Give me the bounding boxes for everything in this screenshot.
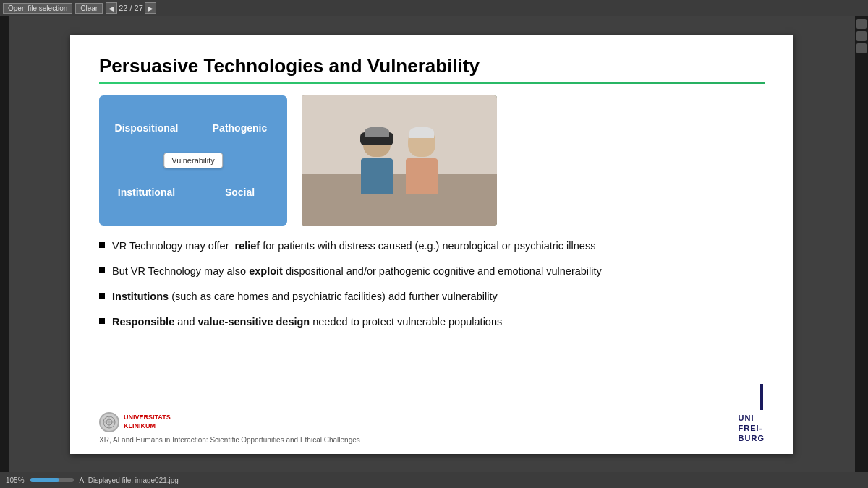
uni-freiburg-logo: UNIFREI-BURG xyxy=(728,384,765,444)
uni-name: UNIFREI-BURG xyxy=(739,413,765,444)
vulnerability-label: Vulnerability xyxy=(163,153,223,168)
slide-title: Persuasive Technologies and Vulnerabilit… xyxy=(99,55,765,77)
slide-photo xyxy=(302,95,497,226)
page-number: 22 / 27 xyxy=(119,4,143,12)
uni-logo-circle xyxy=(99,412,119,432)
status-bar: 105% A: Displayed file: image021.jpg xyxy=(0,472,868,488)
slide-container: Persuasive Technologies and Vulnerabilit… xyxy=(9,16,855,472)
bullet-marker-3 xyxy=(99,293,105,299)
bullet-text-2: But VR Technology may also exploit dispo… xyxy=(112,264,602,279)
diagram-cell-dispositional: Dispositional xyxy=(101,97,192,160)
sidebar-icon-1 xyxy=(856,19,867,29)
footer-logo: UNIVERSITATS KLINIKUM xyxy=(99,412,360,432)
zoom-bar[interactable] xyxy=(30,478,74,482)
bullet-marker-2 xyxy=(99,267,105,273)
left-sidebar xyxy=(0,16,9,472)
prev-page-button[interactable]: ◀ xyxy=(106,2,117,14)
right-sidebar xyxy=(855,16,868,472)
vulnerability-diagram: Dispositional Pathogenic Institutional S… xyxy=(99,95,287,226)
file-label: A: Displayed file: image021.jpg xyxy=(80,476,179,484)
bullet-item-2: But VR Technology may also exploit dispo… xyxy=(99,264,765,279)
content-top: Dispositional Pathogenic Institutional S… xyxy=(99,95,765,226)
diagram-cell-institutional: Institutional xyxy=(101,161,192,224)
zoom-fill xyxy=(30,478,59,482)
bullet-marker-4 xyxy=(99,318,105,324)
bullet-text-4: Responsible and value-sensitive design n… xyxy=(112,314,502,330)
bullet-item-1: VR Technology may offer relief for patie… xyxy=(99,239,765,254)
logo-text: UNIVERSITATS KLINIKUM xyxy=(124,414,171,430)
diagram-cell-pathogenic: Pathogenic xyxy=(194,97,286,160)
title-underline xyxy=(99,82,765,84)
open-file-button[interactable]: Open file selection xyxy=(3,3,72,14)
sidebar-icon-2 xyxy=(856,31,867,41)
bullet-text-3: Institutions (such as care homes and psy… xyxy=(112,289,498,304)
clear-button[interactable]: Clear xyxy=(75,3,103,14)
slide: Persuasive Technologies and Vulnerabilit… xyxy=(70,35,793,454)
bullet-item-3: Institutions (such as care homes and psy… xyxy=(99,289,765,304)
bullet-item-4: Responsible and value-sensitive design n… xyxy=(99,314,765,330)
page-navigation: ◀ 22 / 27 ▶ xyxy=(106,2,156,14)
footer-caption: XR, AI and Humans in Interaction: Scient… xyxy=(99,436,360,444)
footer-left: UNIVERSITATS KLINIKUM XR, AI and Humans … xyxy=(99,412,360,444)
bullet-text-1: VR Technology may offer relief for patie… xyxy=(112,239,595,254)
slide-footer: UNIVERSITATS KLINIKUM XR, AI and Humans … xyxy=(99,384,765,444)
bullet-marker-1 xyxy=(99,242,105,248)
sidebar-icon-3 xyxy=(856,43,867,53)
toolbar: Open file selection Clear ◀ 22 / 27 ▶ xyxy=(0,0,868,16)
diagram-cell-social: Social xyxy=(194,161,286,224)
zoom-level: 105% xyxy=(6,476,25,484)
bullet-list: VR Technology may offer relief for patie… xyxy=(99,239,765,330)
next-page-button[interactable]: ▶ xyxy=(145,2,156,14)
